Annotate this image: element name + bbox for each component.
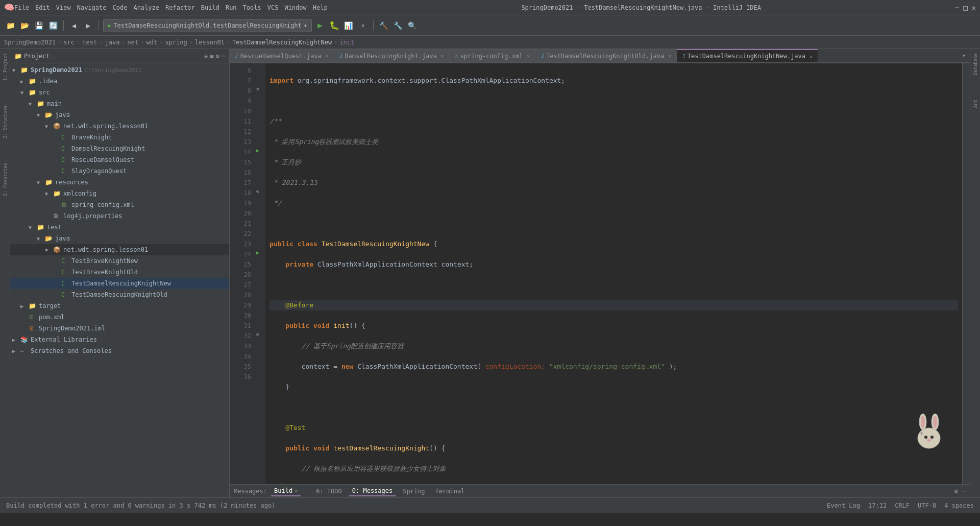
tab-close-button[interactable]: ✕ [527,53,530,59]
menu-view[interactable]: View [56,4,71,11]
tab-overflow-button[interactable]: ▾ [958,52,970,59]
menu-file[interactable]: File [14,4,29,11]
open-button[interactable]: 📂 [18,19,31,32]
new-project-button[interactable]: 📁 [4,19,16,32]
tab-close-button[interactable]: ✕ [441,53,444,59]
project-strip-label[interactable]: 1: Project [3,53,8,81]
build-tab-close[interactable]: ✕ [295,488,298,493]
back-button[interactable]: ◀ [68,19,80,32]
menu-vcs[interactable]: VCS [267,4,279,11]
tree-item-testdamsel-new[interactable]: C TestDamselRescuingKnightNew [10,278,229,289]
menu-navigate[interactable]: Navigate [77,4,107,11]
menu-build[interactable]: Build [201,4,219,11]
code-editor[interactable]: import org.springframework.context.suppo… [265,63,962,484]
settings-gear-icon[interactable]: ⚙ [954,488,958,495]
tree-item-xmlconfig[interactable]: ▼ 📁 xmlconfig [10,188,229,199]
tree-item-braveknight[interactable]: C BraveKnight [10,132,229,143]
tree-item-idea[interactable]: ▶ 📁 .idea [10,76,229,87]
tree-item-java-main[interactable]: ▼ 📂 java [10,109,229,121]
tree-item-log4j[interactable]: 🗎 log4j.properties [10,210,229,222]
tree-item-target[interactable]: ▶ 📁 target [10,300,229,312]
search-button[interactable]: 🔍 [406,19,419,32]
menu-help[interactable]: Help [313,4,328,11]
terminal-tab[interactable]: Terminal [432,486,468,496]
favorites-strip-label[interactable]: 2: Favorites [3,163,8,196]
encoding-indicator[interactable]: UTF-8 [918,502,936,509]
tree-item-testbrave-new[interactable]: C TestBraveKnightNew [10,255,229,267]
menu-tools[interactable]: Tools [243,4,261,11]
tree-item-src[interactable]: ▼ 📁 src [10,87,229,98]
tree-item-resources[interactable]: ▼ 📁 resources [10,177,229,188]
menu-window[interactable]: Window [284,4,306,11]
settings-button[interactable]: ⚙ [216,53,219,60]
run-config-dropdown[interactable]: ▶ TestDamseRescuingKnightOld.testDamselR… [103,19,312,32]
profile-button[interactable]: ⚡ [357,19,369,32]
tree-item-root[interactable]: ▼ 📁 SpringDemo2021 D:\SpringDemo2021 [10,64,229,76]
tab-close-button[interactable]: ✕ [326,53,329,59]
tab-damselrescuing[interactable]: J DamselRescuingKnight.java ✕ [334,49,450,62]
breadcrumb-wdt[interactable]: wdt [146,39,158,46]
ant-strip-label[interactable]: Ant [973,100,978,108]
tree-item-slaydragon[interactable]: C SlayDragonQuest [10,165,229,177]
tree-item-iml[interactable]: 🗎 SpringDemo2021.iml [10,323,229,334]
collapse-all-button[interactable]: ≡ [210,53,213,60]
menu-refactor[interactable]: Refactor [165,4,195,11]
tree-item-scratches[interactable]: ▶ ✏ Scratches and Consoles [10,345,229,356]
coverage-button[interactable]: 📊 [342,19,355,32]
breadcrumb-project[interactable]: SpringDemo2021 [4,39,56,46]
tree-item-pom[interactable]: 🗎 pom.xml [10,312,229,323]
tree-item-testbrave-old[interactable]: C TestBraveKnightOld [10,267,229,278]
tab-testdamse-old[interactable]: J TestDamselRescuingKnightOld.java ✕ [535,49,677,62]
tree-item-rescuedamsel[interactable]: C RescueDamselQuest [10,154,229,165]
tab-close-button[interactable]: ✕ [668,53,671,59]
build-tab[interactable]: Build ✕ [271,486,301,496]
tree-item-test[interactable]: ▼ 📁 test [10,222,229,233]
tree-item-spring-config[interactable]: 🗎 spring-config.xml [10,199,229,210]
sdk-button[interactable]: 🔧 [392,19,404,32]
breadcrumb-class[interactable]: TestDamselRescuingKnightNew [232,39,332,46]
debug-button[interactable]: 🐛 [328,19,340,32]
breadcrumb-net[interactable]: net [128,39,139,46]
breadcrumb-src[interactable]: src [63,39,75,46]
breadcrumb-java[interactable]: java [105,39,119,46]
breadcrumb-method[interactable]: init [339,39,354,46]
menu-edit[interactable]: Edit [35,4,50,11]
spring-tab[interactable]: Spring [400,486,428,496]
tree-item-external-libs[interactable]: ▶ 📚 External Libraries [10,334,229,345]
tree-item-package-main[interactable]: ▼ 📦 net.wdt.spring.lesson01 [10,121,229,132]
tab-spring-config[interactable]: X spring-config.xml ✕ [450,49,535,62]
tree-item-package-test[interactable]: ▼ 📦 net.wdt.spring.lesson01 [10,244,229,255]
database-strip-label[interactable]: Database [973,53,978,75]
close-button[interactable]: ✕ [972,4,976,12]
minimize-button[interactable]: ─ [955,4,959,12]
run-button[interactable]: ▶ [314,19,326,32]
line-ending-indicator[interactable]: CRLF [895,502,910,509]
breadcrumb-spring[interactable]: spring [165,39,187,46]
line-col-indicator[interactable]: 17:12 [868,502,887,509]
event-log-button[interactable]: Event Log [827,502,860,509]
save-button[interactable]: 💾 [33,19,45,32]
maximize-button[interactable]: □ [963,4,967,12]
structure-strip-label[interactable]: 2: Structure [3,105,8,138]
forward-button[interactable]: ▶ [82,19,94,32]
tab-testdamsel-new[interactable]: J TestDamselRescuingKnightNew.java ✕ [677,49,818,62]
tree-item-damselrescuing[interactable]: C DamselRescuingKnight [10,143,229,154]
editor-scrollbar[interactable] [962,63,970,484]
tree-item-java-test[interactable]: ▼ 📂 java [10,233,229,244]
synchronize-button[interactable]: 🔄 [47,19,59,32]
menu-code[interactable]: Code [113,4,128,11]
breadcrumb-lesson[interactable]: lesson01 [195,39,225,46]
build-project-button[interactable]: 🔨 [378,19,390,32]
tree-item-testdamse-old[interactable]: C TestDamseRescuingKnightOld [10,289,229,300]
locate-file-button[interactable]: ⊕ [204,53,208,60]
close-panel-button[interactable]: ─ [222,53,225,60]
minimize-panel-button[interactable]: ─ [962,488,966,495]
tree-item-main[interactable]: ▼ 📁 main [10,98,229,109]
messages-tab[interactable]: 0: Messages [349,486,396,496]
breadcrumb-test[interactable]: test [82,39,97,46]
tab-close-button[interactable]: ✕ [810,54,813,59]
menu-analyze[interactable]: Analyze [133,4,159,11]
menu-run[interactable]: Run [226,4,237,11]
tab-rescuedamselquest[interactable]: J RescueDamselQuest.java ✕ [230,49,334,62]
indent-indicator[interactable]: 4 spaces [944,502,974,509]
